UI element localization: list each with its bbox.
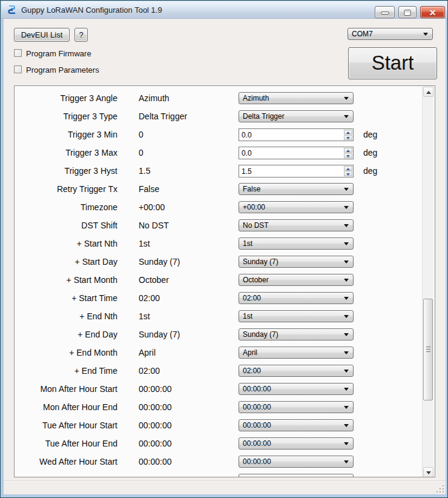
start-button[interactable]: Start — [348, 47, 437, 79]
setting-dropdown[interactable]: Azimuth — [239, 92, 354, 104]
setting-label: Wed After Hour Start — [15, 457, 117, 466]
config-row: Tue After Hour Start 00:00:00 00:00:00 — [15, 419, 435, 432]
setting-dropdown[interactable]: April — [239, 347, 354, 359]
dropdown-selected-value: False — [243, 185, 260, 193]
setting-current-value: Sunday (7) — [139, 330, 232, 339]
com-port-selected-value: COM7 — [352, 30, 373, 38]
setting-dropdown[interactable] — [239, 474, 354, 477]
spinner-buttons — [344, 148, 352, 158]
config-row: Trigger 3 Angle Azimuth Azimuth — [15, 92, 435, 105]
setting-label: Trigger 3 Max — [15, 148, 117, 158]
setting-current-value: 00:00:00 — [139, 384, 232, 394]
setting-label: + End Day — [15, 330, 117, 339]
program-parameters-checkbox[interactable] — [14, 65, 22, 73]
com-port-dropdown[interactable]: COM7 — [348, 28, 433, 40]
dropdown-selected-value: 02:00 — [243, 367, 261, 375]
setting-dropdown[interactable]: 00:00:00 — [239, 383, 354, 395]
dropdown-selected-value: Azimuth — [243, 94, 269, 102]
program-parameters-label: Program Parameters — [26, 65, 99, 75]
dropdown-selected-value: 00:00:00 — [243, 439, 271, 448]
minimize-button[interactable] — [375, 6, 395, 18]
spinner-up-button[interactable] — [344, 130, 352, 134]
setting-label: Mon After Hour End — [15, 402, 117, 412]
chevron-down-icon — [344, 188, 349, 191]
unit-label: deg — [363, 130, 377, 139]
setting-dropdown[interactable]: 02:00 — [239, 292, 354, 304]
setting-dropdown[interactable]: False — [239, 183, 354, 195]
chevron-down-icon — [344, 279, 349, 282]
setting-current-value: +00:00 — [139, 202, 232, 212]
chevron-down-icon — [344, 460, 349, 463]
chevron-down-icon — [344, 388, 349, 391]
config-row: + End Time 02:00 02:00 — [15, 365, 435, 377]
setting-dropdown[interactable]: 1st — [239, 310, 354, 322]
spinner-down-button[interactable] — [344, 153, 352, 158]
setting-spinner-input[interactable]: 0.0 — [239, 128, 354, 141]
spinner-down-button[interactable] — [344, 135, 352, 140]
config-row: Mon After Hour Start 00:00:00 00:00:00 — [15, 383, 435, 396]
chevron-down-icon — [344, 297, 349, 300]
setting-dropdown[interactable]: Sunday (7) — [239, 256, 354, 268]
unit-label: deg — [363, 166, 377, 176]
scrollbar-thumb[interactable] — [423, 299, 433, 400]
setting-dropdown[interactable]: 1st — [239, 237, 354, 250]
chevron-down-icon — [344, 442, 349, 445]
resize-grip[interactable] — [436, 485, 444, 493]
setting-dropdown[interactable]: 02:00 — [239, 365, 354, 377]
setting-label: + End Month — [15, 348, 117, 357]
setting-dropdown[interactable]: 00:00:00 — [239, 456, 354, 468]
setting-label: Trigger 3 Hyst — [15, 166, 117, 176]
config-row: Retry Trigger Tx False False — [15, 183, 435, 196]
config-row: + End Day Sunday (7) Sunday (7) — [15, 328, 435, 341]
unit-label: deg — [363, 148, 377, 158]
program-firmware-checkbox[interactable] — [14, 49, 22, 57]
title-bar[interactable]: Guppy LoRaWAN Configuration Tool 1.9 ✕ — [1, 1, 448, 19]
config-row: Timezone +00:00 +00:00 — [15, 201, 435, 214]
vertical-scrollbar[interactable] — [422, 87, 433, 477]
chevron-down-icon — [423, 33, 428, 36]
setting-dropdown[interactable]: 00:00:00 — [239, 419, 354, 431]
chevron-down-icon — [344, 261, 349, 264]
setting-current-value: 00:00:00 — [139, 402, 232, 412]
minimize-icon — [381, 12, 389, 15]
maximize-button[interactable] — [398, 6, 417, 18]
dropdown-selected-value: 00:00:00 — [243, 385, 271, 393]
setting-label: Trigger 3 Type — [15, 111, 117, 121]
spinner-down-button[interactable] — [344, 171, 352, 176]
config-row: DST Shift No DST No DST — [15, 219, 435, 232]
config-row: + Start Time 02:00 02:00 — [15, 292, 435, 305]
spinner-value: 0.0 — [242, 149, 252, 158]
setting-dropdown[interactable]: 00:00:00 — [239, 401, 354, 413]
setting-dropdown[interactable]: Sunday (7) — [239, 328, 354, 340]
scroll-up-button[interactable] — [423, 87, 433, 97]
setting-spinner-input[interactable]: 1.5 — [239, 165, 354, 178]
setting-dropdown[interactable]: October — [239, 274, 354, 286]
chevron-down-icon — [344, 370, 349, 373]
setting-current-value: 00:00:00 — [139, 439, 232, 448]
dropdown-selected-value: No DST — [243, 221, 269, 230]
chevron-down-icon — [344, 333, 349, 336]
scroll-down-button[interactable] — [423, 467, 433, 477]
spinner-up-button[interactable] — [344, 166, 352, 171]
setting-current-value: 1st — [139, 311, 232, 321]
help-button[interactable]: ? — [74, 28, 88, 42]
setting-dropdown[interactable]: Delta Trigger — [239, 110, 354, 122]
setting-dropdown[interactable]: No DST — [239, 219, 354, 231]
setting-dropdown[interactable]: +00:00 — [239, 201, 354, 213]
dropdown-selected-value: 00:00:00 — [243, 421, 271, 430]
config-row: Trigger 3 Type Delta Trigger Delta Trigg… — [15, 110, 435, 123]
config-row: Mon After Hour End 00:00:00 00:00:00 — [15, 401, 435, 414]
setting-current-value: 02:00 — [139, 366, 232, 376]
dropdown-selected-value: +00:00 — [243, 203, 265, 211]
chevron-down-icon — [344, 115, 349, 118]
setting-label: Tue After Hour End — [15, 439, 117, 448]
setting-current-value: Sunday (7) — [139, 257, 232, 267]
close-button[interactable]: ✕ — [420, 6, 445, 18]
setting-dropdown[interactable]: 00:00:00 — [239, 437, 354, 450]
setting-spinner-input[interactable]: 0.0 — [239, 147, 354, 159]
spinner-up-button[interactable] — [344, 148, 352, 153]
setting-label: + Start Time — [15, 293, 117, 303]
deveui-list-button[interactable]: DevEUI List — [14, 28, 70, 42]
config-row: Trigger 3 Hyst 1.5 1.5 deg — [15, 165, 435, 178]
dropdown-selected-value: 00:00:00 — [243, 403, 271, 411]
